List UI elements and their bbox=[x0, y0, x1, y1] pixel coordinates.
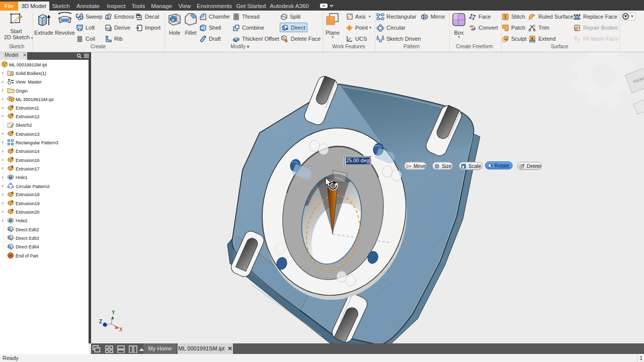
svg-text:›: › bbox=[2, 192, 3, 197]
svg-text:Rectangular Pattern3: Rectangular Pattern3 bbox=[16, 140, 58, 145]
svg-text:Extrusion12: Extrusion12 bbox=[16, 114, 40, 119]
svg-text:Direct Edit2: Direct Edit2 bbox=[16, 227, 39, 232]
svg-text:›: › bbox=[2, 105, 3, 111]
svg-text:›: › bbox=[2, 139, 3, 145]
svg-text:Origin: Origin bbox=[16, 88, 28, 94]
svg-text:Hole1: Hole1 bbox=[16, 175, 28, 180]
svg-text:ML 3001991SM.ipt: ML 3001991SM.ipt bbox=[16, 97, 54, 102]
svg-text:X: X bbox=[119, 327, 123, 332]
svg-text:Solid Bodies(1): Solid Bodies(1) bbox=[16, 71, 46, 76]
svg-text:›: › bbox=[2, 174, 3, 180]
svg-text:End of Part: End of Part bbox=[16, 253, 39, 258]
svg-text:›: › bbox=[2, 165, 3, 171]
svg-text:›: › bbox=[2, 79, 3, 84]
svg-text:›: › bbox=[2, 209, 3, 214]
svg-text:Extrusion14: Extrusion14 bbox=[16, 149, 40, 154]
svg-text:›: › bbox=[2, 218, 3, 223]
svg-text:›: › bbox=[2, 131, 3, 136]
svg-text:›: › bbox=[2, 200, 3, 206]
svg-text:Extrusion18: Extrusion18 bbox=[16, 192, 40, 197]
svg-text:Sketch2: Sketch2 bbox=[16, 123, 32, 128]
svg-text:Z: Z bbox=[99, 319, 102, 324]
svg-text:Hole2: Hole2 bbox=[16, 218, 28, 223]
svg-text:›: › bbox=[2, 183, 3, 189]
svg-text:ML 0001991SM.ipt: ML 0001991SM.ipt bbox=[9, 62, 47, 67]
svg-text:Extrusion19: Extrusion19 bbox=[16, 201, 40, 206]
svg-text:›: › bbox=[2, 87, 3, 93]
svg-text:Direct Edit3: Direct Edit3 bbox=[16, 236, 39, 241]
svg-text:Extrusion20: Extrusion20 bbox=[16, 210, 40, 215]
svg-text:Extrusion16: Extrusion16 bbox=[16, 158, 40, 163]
svg-text:Extrusion17: Extrusion17 bbox=[16, 166, 40, 171]
svg-text:Direct Edit4: Direct Edit4 bbox=[16, 244, 39, 249]
svg-text:Extrusion13: Extrusion13 bbox=[16, 132, 40, 137]
svg-text:›: › bbox=[2, 113, 3, 119]
svg-text:›: › bbox=[2, 157, 3, 162]
svg-text:Extrusion11: Extrusion11 bbox=[16, 106, 39, 111]
svg-text:›: › bbox=[2, 148, 3, 154]
svg-text:Circular Pattern2: Circular Pattern2 bbox=[16, 184, 50, 189]
svg-text:View: Master: View: Master bbox=[16, 79, 42, 84]
svg-text:Y: Y bbox=[112, 310, 115, 315]
svg-text:›: › bbox=[2, 70, 3, 75]
svg-text:›: › bbox=[2, 96, 3, 102]
